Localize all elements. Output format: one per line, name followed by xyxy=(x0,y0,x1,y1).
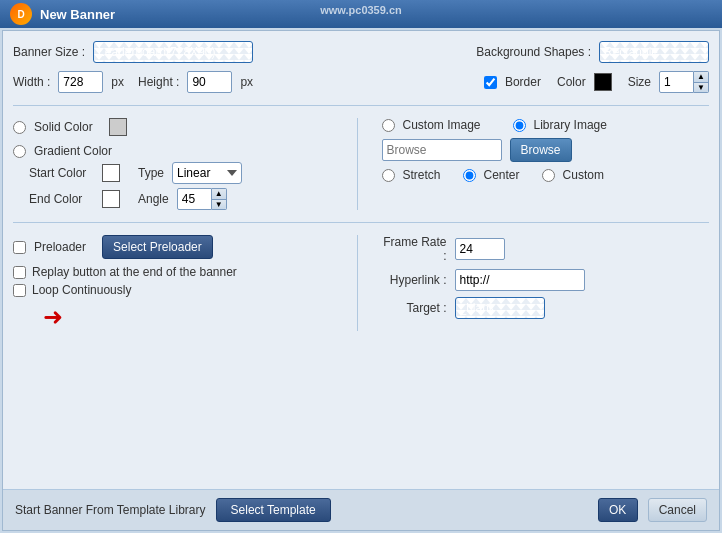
custom-image-radio[interactable] xyxy=(382,119,395,132)
border-label: Border xyxy=(505,75,541,89)
fill-section: Solid Color Gradient Color Start Color T… xyxy=(13,118,709,210)
size-input[interactable] xyxy=(659,71,694,93)
size-label: Size xyxy=(628,75,651,89)
banner-size-label: Banner Size : xyxy=(13,45,85,59)
arrow-icon: ➜ xyxy=(43,303,63,331)
angle-input[interactable] xyxy=(177,188,212,210)
width-input[interactable] xyxy=(58,71,103,93)
gradient-sub-options: Start Color Type Linear Radial End Color xyxy=(13,162,341,210)
frame-rate-label: Frame Rate : xyxy=(382,235,447,263)
banner-size-row: Banner Size : Leaderboard(728X90) Backgr… xyxy=(13,41,709,63)
options-right: Frame Rate : Hyperlink : Target : _blank… xyxy=(374,235,710,331)
target-select[interactable]: _blank _self _parent _top xyxy=(455,297,545,319)
arrow-area: ➜ xyxy=(13,303,341,331)
fill-left: Solid Color Gradient Color Start Color T… xyxy=(13,118,358,210)
border-color-swatch[interactable] xyxy=(594,73,612,91)
image-position-row: Stretch Center Custom xyxy=(382,168,710,182)
custom-label: Custom xyxy=(563,168,604,182)
start-color-row: Start Color Type Linear Radial xyxy=(29,162,341,184)
stretch-label: Stretch xyxy=(403,168,441,182)
center-radio[interactable] xyxy=(463,169,476,182)
start-color-label: Start Color xyxy=(29,166,94,180)
center-label: Center xyxy=(484,168,520,182)
preloader-checkbox[interactable] xyxy=(13,241,26,254)
custom-image-row: Custom Image Library Image xyxy=(382,118,710,132)
border-checkbox[interactable] xyxy=(484,76,497,89)
type-label: Type xyxy=(138,166,164,180)
hyperlink-input[interactable] xyxy=(455,269,585,291)
banner-size-select[interactable]: Leaderboard(728X90) xyxy=(93,41,253,63)
angle-down-button[interactable]: ▼ xyxy=(212,200,226,210)
start-color-swatch[interactable] xyxy=(102,164,120,182)
dialog: Banner Size : Leaderboard(728X90) Backgr… xyxy=(2,30,720,531)
stretch-radio[interactable] xyxy=(382,169,395,182)
options-section: Preloader Select Preloader Replay button… xyxy=(13,235,709,331)
height-label: Height : xyxy=(138,75,179,89)
solid-color-radio[interactable] xyxy=(13,121,26,134)
options-left: Preloader Select Preloader Replay button… xyxy=(13,235,358,331)
dialog-content: Banner Size : Leaderboard(728X90) Backgr… xyxy=(3,31,719,489)
browse-button[interactable]: Browse xyxy=(510,138,572,162)
height-input[interactable] xyxy=(187,71,232,93)
replay-checkbox[interactable] xyxy=(13,266,26,279)
solid-color-label: Solid Color xyxy=(34,120,93,134)
template-library-label: Start Banner From Template Library xyxy=(15,503,206,517)
loop-label: Loop Continuously xyxy=(32,283,131,297)
cancel-button[interactable]: Cancel xyxy=(648,498,707,522)
hyperlink-label: Hyperlink : xyxy=(382,273,447,287)
end-color-label: End Color xyxy=(29,192,94,206)
width-label: Width : xyxy=(13,75,50,89)
gradient-color-radio[interactable] xyxy=(13,145,26,158)
library-image-radio[interactable] xyxy=(513,119,526,132)
watermark: www.pc0359.cn xyxy=(320,4,402,16)
divider-1 xyxy=(13,105,709,106)
gradient-color-label: Gradient Color xyxy=(34,144,112,158)
size-down-button[interactable]: ▼ xyxy=(694,83,708,93)
background-shapes-select[interactable]: Rectangle Ellipse Rounded Rectangle xyxy=(599,41,709,63)
end-color-swatch[interactable] xyxy=(102,190,120,208)
angle-label: Angle xyxy=(138,192,169,206)
loop-checkbox[interactable] xyxy=(13,284,26,297)
replay-row: Replay button at the end of the banner xyxy=(13,265,341,279)
color-label: Color xyxy=(557,75,586,89)
gradient-color-row: Gradient Color xyxy=(13,144,341,158)
custom-image-label: Custom Image xyxy=(403,118,481,132)
angle-spinner: ▲ ▼ xyxy=(177,188,227,210)
size-spinner: ▲ ▼ xyxy=(659,71,709,93)
select-template-button[interactable]: Select Template xyxy=(216,498,331,522)
end-color-row: End Color Angle ▲ ▼ xyxy=(29,188,341,210)
preloader-row: Preloader Select Preloader xyxy=(13,235,341,259)
frame-rate-row: Frame Rate : xyxy=(382,235,710,263)
replay-label: Replay button at the end of the banner xyxy=(32,265,237,279)
height-unit: px xyxy=(240,75,253,89)
solid-color-swatch[interactable] xyxy=(109,118,127,136)
frame-rate-input[interactable] xyxy=(455,238,505,260)
solid-color-row: Solid Color xyxy=(13,118,341,136)
logo-icon: D xyxy=(10,3,32,25)
window-title: New Banner xyxy=(40,7,115,22)
gradient-section: Gradient Color Start Color Type Linear R… xyxy=(13,144,341,210)
target-label: Target : xyxy=(382,301,447,315)
title-bar: D New Banner www.pc0359.cn xyxy=(0,0,722,28)
background-shapes-label: Background Shapes : xyxy=(476,45,591,59)
ok-button[interactable]: OK xyxy=(598,498,638,522)
select-preloader-button[interactable]: Select Preloader xyxy=(102,235,213,259)
custom-radio[interactable] xyxy=(542,169,555,182)
type-select[interactable]: Linear Radial xyxy=(172,162,242,184)
angle-spin-buttons: ▲ ▼ xyxy=(212,188,227,210)
size-up-button[interactable]: ▲ xyxy=(694,72,708,83)
logo-area: D New Banner xyxy=(10,3,115,25)
browse-row: Browse xyxy=(382,138,710,162)
dimensions-row: Width : px Height : px Border Color Size… xyxy=(13,71,709,93)
divider-2 xyxy=(13,222,709,223)
size-spin-buttons: ▲ ▼ xyxy=(694,71,709,93)
bottom-bar: Start Banner From Template Library Selec… xyxy=(3,489,719,530)
loop-row: Loop Continuously xyxy=(13,283,341,297)
browse-input[interactable] xyxy=(382,139,502,161)
library-image-label: Library Image xyxy=(534,118,607,132)
preloader-label: Preloader xyxy=(34,240,86,254)
width-unit: px xyxy=(111,75,124,89)
fill-right: Custom Image Library Image Browse Stretc… xyxy=(374,118,710,210)
angle-up-button[interactable]: ▲ xyxy=(212,189,226,200)
hyperlink-row: Hyperlink : xyxy=(382,269,710,291)
